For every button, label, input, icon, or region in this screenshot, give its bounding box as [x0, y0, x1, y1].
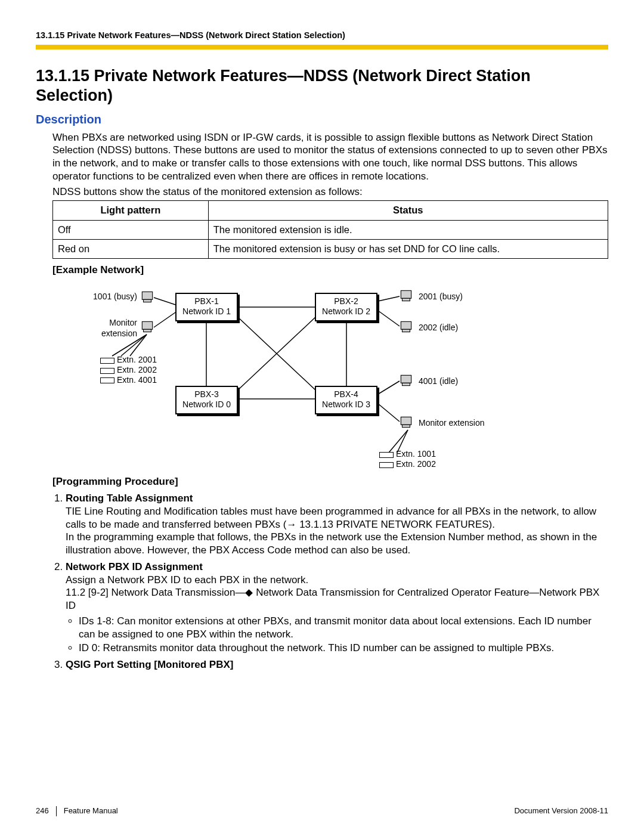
svg-line-6	[154, 298, 175, 305]
svg-line-14	[378, 404, 400, 422]
pbx-name: PBX-3	[177, 389, 237, 399]
manual-name: Feature Manual	[64, 806, 515, 816]
svg-line-12	[378, 311, 400, 326]
running-head: 13.1.15 Private Network Features—NDSS (N…	[36, 30, 608, 41]
phone-icon	[398, 319, 414, 335]
procedure-item-title: QSIG Port Setting [Monitored PBX]	[66, 659, 233, 670]
table-cell: The monitored extension is busy or has s…	[208, 239, 608, 258]
table-cell: Red on	[53, 239, 209, 258]
pbx-1-box: PBX-1 Network ID 1	[175, 293, 238, 321]
table-cell: The monitored extension is idle.	[208, 220, 608, 239]
phone-icon	[140, 289, 155, 305]
document-version: Document Version 2008-11	[514, 806, 608, 816]
procedure-item-1: Routing Table Assignment TIE Line Routin…	[66, 492, 608, 557]
pbx-3-box: PBX-3 Network ID 0	[175, 386, 238, 414]
ext-button-row: Extn. 2002	[379, 459, 436, 469]
svg-rect-22	[402, 299, 410, 301]
svg-rect-28	[402, 425, 410, 428]
svg-rect-20	[144, 330, 151, 332]
arrow-icon: →	[286, 519, 296, 530]
procedure-text: 13.1.13 PRIVATE NETWORK FEATURES).	[296, 519, 495, 530]
label-2001-busy: 2001 (busy)	[419, 292, 463, 302]
svg-rect-18	[144, 300, 151, 302]
pbx-name: PBX-2	[316, 296, 376, 306]
svg-rect-25	[401, 376, 411, 383]
programming-procedure-block: [Programming Procedure] Routing Table As…	[52, 475, 608, 671]
procedure-bullet: ID 0: Retransmits monitor data throughou…	[79, 642, 608, 655]
svg-line-7	[154, 312, 175, 327]
svg-rect-24	[402, 330, 410, 332]
phone-icon	[398, 373, 414, 388]
svg-line-13	[378, 381, 400, 394]
table-header-row: Light pattern Status	[53, 201, 608, 220]
svg-rect-23	[401, 322, 411, 330]
procedure-sublist: IDs 1-8: Can monitor extensions at other…	[66, 615, 608, 655]
table-header-cell: Status	[208, 201, 608, 220]
svg-line-11	[378, 296, 400, 301]
label-monitor-extension-right: Monitor extension	[419, 418, 485, 429]
table-row: Red on The monitored extension is busy o…	[53, 239, 608, 258]
label-1001-busy: 1001 (busy)	[83, 292, 137, 302]
procedure-item-2: Network PBX ID Assignment Assign a Netwo…	[66, 561, 608, 655]
status-table: Light pattern Status Off The monitored e…	[52, 200, 608, 258]
pbx-nid: Network ID 0	[177, 400, 237, 409]
svg-rect-27	[401, 417, 411, 425]
network-diagram: PBX-1 Network ID 1 PBX-2 Network ID 2 PB…	[52, 280, 565, 470]
example-network-heading: [Example Network]	[52, 264, 608, 277]
page: 13.1.15 Private Network Features—NDSS (N…	[0, 0, 644, 833]
phone-icon	[398, 288, 414, 304]
ext-button-row: Extn. 2002	[100, 365, 157, 375]
svg-rect-26	[402, 383, 410, 386]
procedure-item-title: Network PBX ID Assignment	[66, 561, 203, 572]
description-para-1: When PBXs are networked using ISDN or IP…	[52, 131, 608, 183]
pbx-nid: Network ID 2	[316, 306, 376, 316]
table-cell: Off	[53, 220, 209, 239]
phone-icon	[398, 414, 414, 430]
pbx-4-box: PBX-4 Network ID 3	[315, 386, 377, 414]
header-rule	[36, 45, 608, 49]
pbx-2-box: PBX-2 Network ID 2	[315, 293, 377, 321]
svg-rect-19	[142, 322, 152, 330]
label-monitor-extension: Monitor extension	[83, 318, 137, 339]
page-number: 246	[36, 806, 57, 816]
ext-button-icon	[100, 358, 114, 364]
procedure-bullet: IDs 1-8: Can monitor extensions at other…	[79, 615, 608, 641]
ext-button-label: Extn. 1001	[396, 449, 436, 459]
ext-button-icon	[100, 368, 114, 374]
procedure-list: Routing Table Assignment TIE Line Routin…	[66, 492, 608, 671]
page-footer: 246 Feature Manual Document Version 2008…	[36, 806, 608, 816]
ext-button-label: Extn. 2002	[396, 459, 436, 469]
diamond-icon	[246, 590, 253, 597]
description-body: When PBXs are networked using ISDN or IP…	[52, 131, 608, 277]
ext-button-icon	[100, 377, 114, 383]
phone-icon	[140, 319, 155, 335]
programming-procedure-heading: [Programming Procedure]	[52, 475, 608, 488]
ext-button-row: Extn. 2001	[100, 355, 157, 365]
ext-button-list-right: Extn. 1001 Extn. 2002	[379, 449, 436, 469]
table-header-cell: Light pattern	[53, 201, 209, 220]
ext-button-icon	[379, 452, 394, 458]
procedure-text: Assign a Network PBX ID to each PBX in t…	[66, 574, 308, 586]
procedure-item-title: Routing Table Assignment	[66, 493, 193, 504]
ext-button-label: Extn. 4001	[117, 375, 157, 385]
label-2002-idle: 2002 (idle)	[419, 323, 458, 333]
svg-rect-21	[401, 291, 411, 299]
description-heading: Description	[36, 112, 608, 128]
ext-button-label: Extn. 2002	[117, 365, 157, 374]
ext-button-icon	[379, 462, 394, 468]
table-row: Off The monitored extension is idle.	[53, 220, 608, 239]
pbx-name: PBX-4	[316, 389, 376, 399]
ext-button-list-left: Extn. 2001 Extn. 2002 Extn. 4001	[100, 355, 157, 385]
pbx-nid: Network ID 3	[316, 400, 376, 409]
label-4001-idle: 4001 (idle)	[419, 376, 458, 387]
ext-button-row: Extn. 1001	[379, 449, 436, 459]
procedure-item-3: QSIG Port Setting [Monitored PBX]	[66, 658, 608, 671]
pbx-nid: Network ID 1	[177, 306, 237, 316]
procedure-text: In the programming example that follows,…	[66, 531, 597, 556]
ext-button-label: Extn. 2001	[117, 355, 157, 364]
svg-rect-17	[142, 292, 152, 300]
procedure-text: 11.2 [9-2] Network Data Transmission—	[66, 587, 245, 598]
pbx-name: PBX-1	[177, 296, 237, 306]
section-title: 13.1.15 Private Network Features—NDSS (N…	[36, 66, 608, 107]
description-para-2: NDSS buttons show the status of the moni…	[52, 185, 608, 199]
